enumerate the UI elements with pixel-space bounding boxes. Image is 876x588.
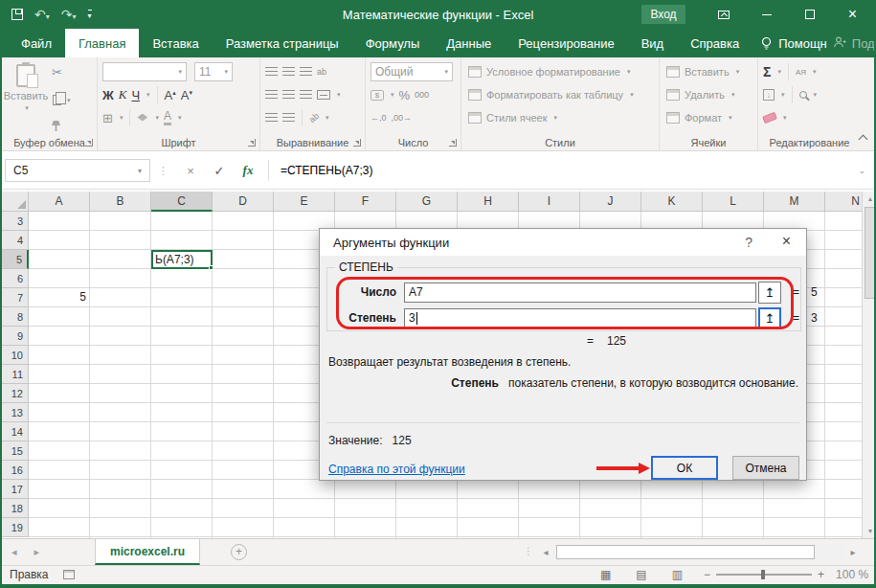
ribbon-item-1[interactable]: Удалить▾ xyxy=(660,83,757,106)
grow-font-button[interactable]: A▴ xyxy=(165,88,176,102)
tab-5[interactable]: Данные xyxy=(433,29,505,57)
horizontal-scroll-track[interactable] xyxy=(553,545,845,559)
align-left-icon[interactable] xyxy=(265,90,278,100)
shrink-font-button[interactable]: A▾ xyxy=(181,88,192,102)
cell-A7[interactable]: 5 xyxy=(29,288,90,307)
row-header-7[interactable]: 7 xyxy=(2,288,29,307)
align-right-icon[interactable] xyxy=(300,90,312,100)
font-name-combo[interactable]: ▾ xyxy=(102,62,187,81)
horizontal-scroll-thumb[interactable] xyxy=(556,545,815,559)
scrollbar-grip[interactable]: ⋮ xyxy=(524,546,533,556)
orientation-icon[interactable]: ab xyxy=(307,111,321,124)
zoom-in-icon[interactable]: + xyxy=(818,568,824,581)
ribbon-display-options-button[interactable] xyxy=(702,0,745,29)
normal-view-icon[interactable]: ▦ xyxy=(600,568,611,581)
tab-7[interactable]: Вид xyxy=(628,29,678,57)
scroll-down-icon[interactable]: ▾ xyxy=(863,527,876,535)
row-header-17[interactable]: 17 xyxy=(2,480,29,499)
zoom-slider[interactable] xyxy=(716,574,812,576)
row-header-6[interactable]: 6 xyxy=(2,269,29,288)
format-painter-icon[interactable] xyxy=(52,121,60,131)
row-header-3[interactable]: 3 xyxy=(2,212,29,231)
comma-style-button[interactable]: 000 xyxy=(415,90,429,100)
save-icon[interactable] xyxy=(11,9,23,20)
ribbon-item-0[interactable]: Вставить▾ xyxy=(660,60,757,83)
increase-indent-icon[interactable] xyxy=(282,113,295,123)
new-sheet-icon[interactable]: + xyxy=(231,544,247,560)
tab-8[interactable]: Справка xyxy=(677,29,752,57)
row-header-13[interactable]: 13 xyxy=(2,403,29,422)
autosum-button[interactable]: Σ xyxy=(763,64,771,79)
select-all-corner[interactable] xyxy=(2,192,29,212)
function-help-link[interactable]: Справка по этой функции xyxy=(328,463,465,476)
decrease-indent-icon[interactable] xyxy=(265,113,278,123)
col-header-H[interactable]: H xyxy=(458,192,519,212)
fill-handle[interactable] xyxy=(209,265,213,270)
dialog-close-icon[interactable]: × xyxy=(782,233,791,250)
align-middle-icon[interactable] xyxy=(282,67,295,77)
close-button[interactable]: × xyxy=(831,0,874,29)
tab-3[interactable]: Разметка страницы xyxy=(213,29,352,57)
col-header-C[interactable]: C xyxy=(151,192,213,212)
confirm-entry-icon[interactable]: ✓ xyxy=(205,164,234,178)
align-bottom-icon[interactable] xyxy=(300,67,312,77)
number-argument-input[interactable]: A7 xyxy=(404,283,756,303)
tab-6[interactable]: Рецензирование xyxy=(505,29,627,57)
redo-button[interactable]: ↷▾ xyxy=(61,6,77,23)
vertical-scroll-thumb[interactable] xyxy=(865,207,876,299)
maximize-button[interactable] xyxy=(788,0,831,29)
col-header-F[interactable]: F xyxy=(335,192,396,212)
merge-center-icon[interactable] xyxy=(317,90,330,100)
find-select-icon[interactable] xyxy=(799,91,807,99)
copy-button[interactable]: ▾ xyxy=(52,94,71,106)
bold-button[interactable]: Ж xyxy=(102,88,114,102)
col-header-L[interactable]: L xyxy=(703,192,764,212)
customize-qat-icon[interactable]: ▾ xyxy=(88,10,92,20)
scroll-right-icon[interactable]: ▸ xyxy=(845,547,861,557)
col-header-A[interactable]: A xyxy=(29,192,90,212)
ribbon-item-1[interactable]: Форматировать как таблицу▾ xyxy=(461,83,659,106)
formula-input[interactable]: =СТЕПЕНЬ(A7;3) xyxy=(275,164,858,177)
ribbon-item-0[interactable]: Условное форматирование▾ xyxy=(461,60,659,83)
zoom-slider-thumb[interactable] xyxy=(761,570,765,579)
col-header-E[interactable]: E xyxy=(274,192,335,212)
dialog-help-icon[interactable]: ? xyxy=(745,235,752,250)
formula-bar-grip[interactable]: ⋮ xyxy=(158,165,168,177)
name-box[interactable]: C5 ▾ xyxy=(5,159,150,182)
percent-style-button[interactable]: % xyxy=(399,88,411,102)
clear-eraser-icon[interactable] xyxy=(762,112,777,124)
dialog-launcher-icon[interactable] xyxy=(248,139,256,147)
vertical-scrollbar[interactable]: ▴ ▾ xyxy=(862,192,876,538)
page-break-view-icon[interactable]: ▥ xyxy=(672,568,683,581)
fill-down-icon[interactable]: ↓ xyxy=(763,89,775,101)
font-color-button[interactable]: А xyxy=(164,110,171,125)
col-header-B[interactable]: B xyxy=(90,192,151,212)
wrap-text-icon[interactable]: ab xyxy=(317,67,326,77)
expand-formula-bar-icon[interactable]: ⌄ xyxy=(858,166,865,175)
fill-color-icon[interactable] xyxy=(137,114,148,123)
sort-filter-icon[interactable]: АЯ xyxy=(796,68,806,77)
macro-record-icon[interactable] xyxy=(63,570,75,579)
underline-button[interactable]: Ч xyxy=(131,88,140,102)
decrease-decimal-icon[interactable]: ,00→ xyxy=(392,113,413,123)
row-header-8[interactable]: 8 xyxy=(2,307,29,327)
borders-icon[interactable]: ⊞ xyxy=(102,112,113,124)
next-sheet-icon[interactable]: ▸ xyxy=(34,546,40,558)
sheet-tab[interactable]: microexcel.ru xyxy=(95,539,200,565)
zoom-out-icon[interactable]: − xyxy=(704,568,710,581)
italic-button[interactable]: К xyxy=(119,87,127,102)
row-header-14[interactable]: 14 xyxy=(2,422,29,441)
number-format-combo[interactable]: Общий▾ xyxy=(371,62,453,81)
minimize-button[interactable] xyxy=(745,0,788,29)
sign-in-button[interactable]: Вход xyxy=(641,5,685,24)
accounting-format-icon[interactable]: $ xyxy=(371,90,384,101)
page-layout-view-icon[interactable]: ▤ xyxy=(636,568,646,581)
dialog-launcher-icon[interactable] xyxy=(449,139,457,147)
scroll-left-icon[interactable]: ◂ xyxy=(538,547,553,557)
row-header-12[interactable]: 12 xyxy=(2,384,29,403)
collapse-dialog-icon[interactable]: ↥ xyxy=(758,282,781,304)
cancel-button[interactable]: Отмена xyxy=(732,456,799,480)
dialog-launcher-icon[interactable] xyxy=(85,139,93,147)
col-header-K[interactable]: K xyxy=(641,192,703,212)
row-header-16[interactable]: 16 xyxy=(2,461,29,480)
